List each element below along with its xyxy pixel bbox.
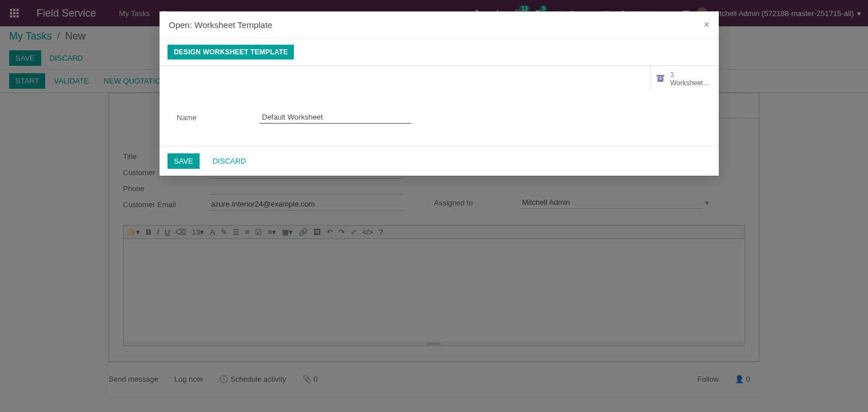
modal-save-button[interactable]: Save: [168, 153, 200, 169]
svg-rect-19: [659, 78, 662, 80]
svg-rect-18: [658, 77, 664, 81]
modal-statbar: 3 Worksheet…: [160, 66, 719, 92]
close-icon[interactable]: ×: [703, 19, 710, 31]
stat-worksheets-label: Worksheet…: [670, 79, 710, 87]
modal-header: Open: Worksheet Template ×: [160, 11, 719, 39]
modal-discard-button[interactable]: Discard: [206, 153, 253, 169]
label-name: Name: [177, 113, 260, 122]
design-worksheet-template-button[interactable]: Design Worksheet Template: [168, 45, 294, 60]
archive-icon: [655, 73, 666, 85]
modal-form: Name: [160, 92, 719, 146]
modal-footer: Save Discard: [160, 146, 719, 176]
svg-rect-17: [656, 75, 664, 77]
modal-title: Open: Worksheet Template: [169, 20, 272, 30]
modal-subheader: Design Worksheet Template: [160, 39, 719, 66]
worksheet-template-modal: Open: Worksheet Template × Design Worksh…: [160, 11, 719, 176]
stat-worksheets-num: 3: [670, 71, 710, 79]
stat-worksheets[interactable]: 3 Worksheet…: [650, 66, 719, 92]
name-field[interactable]: [260, 111, 411, 124]
